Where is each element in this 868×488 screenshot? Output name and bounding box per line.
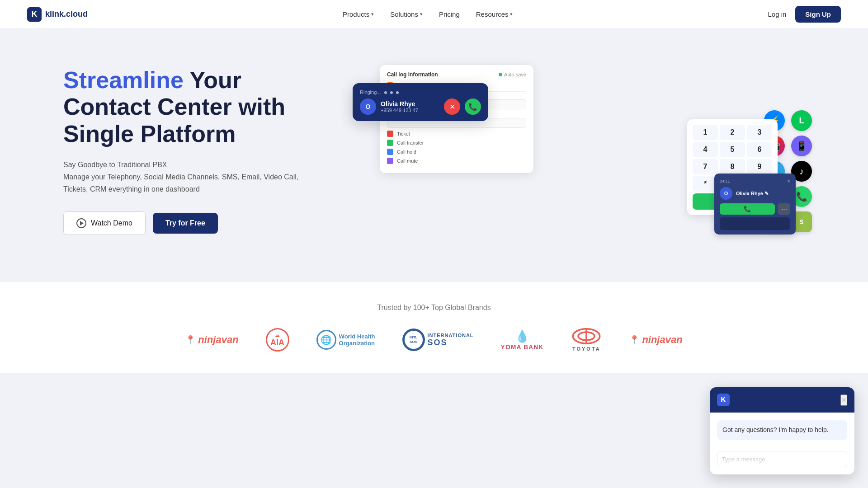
logo-aia: ⛰ AIA [266,328,289,352]
nav-pricing[interactable]: Pricing [439,10,460,18]
brand-name: klink.cloud [45,9,88,19]
hero-section: Streamline Your Contact Center with Sing… [0,29,868,282]
toyota-label: TOYOTA [572,346,601,352]
nav-actions: Log in Sign Up [768,6,841,23]
trusted-section: Trusted by 100+ Top Global Brands 📍 ninj… [0,282,868,373]
yoma-drop-icon: 💧 [515,329,529,343]
mini-caller-name: Olivia Rhye ✎ [736,191,769,197]
mini-contact-header: 04:11 × [720,178,790,184]
mini-caller-row: O Olivia Rhye ✎ [720,187,790,200]
field-call-mute: Call mute [387,158,526,164]
call-log-header: Call log information Auto save [387,71,526,78]
toyota-logo-icon [571,328,602,344]
aia-circle-icon: ⛰ AIA [266,328,289,352]
mini-call-button[interactable]: 📞 [720,203,775,215]
logo-who: 🌐 World Health Organization [316,328,375,352]
ringing-card: Ringing... O Olivia Rhye +959 449 123 47… [353,83,488,121]
call-accept-button[interactable]: 📞 [465,99,481,115]
caller-avatar: O [360,99,376,115]
brand-logo[interactable]: K klink.cloud [27,7,88,22]
chevron-down-icon: ▾ [510,11,513,17]
call-timer: 04:11 [720,179,730,183]
logo-ninjavan-2: 📍 ninjavan [629,328,682,352]
play-triangle-icon [80,221,84,225]
logos-row: 📍 ninjavan ⛰ AIA 🌐 World Health Organiza… [27,328,841,352]
auto-save-label: Auto save [499,72,526,77]
mini-avatar: O [720,187,732,200]
login-button[interactable]: Log in [768,10,786,18]
dial-key-3[interactable]: 3 [747,125,772,140]
try-free-button[interactable]: Try for Free [153,213,218,234]
field-icon [387,158,393,164]
ninjavan-pin-icon: 📍 [629,335,639,345]
phone-icon: 📞 [744,206,751,212]
field-call-hold: Call hold [387,149,526,155]
mini-text-area [720,217,790,230]
nav-links: Products ▾ Solutions ▾ Pricing Resources… [343,10,513,18]
phone-end-icon: ✕ [449,103,455,111]
nav-products[interactable]: Products ▾ [343,10,374,18]
chevron-down-icon: ▾ [371,11,374,17]
ringing-dot-icon [384,91,387,94]
ringing-dot-icon [396,91,399,94]
dial-key-9[interactable]: 9 [747,159,772,174]
globe-icon: 🌐 [321,334,332,345]
navbar: K klink.cloud Products ▾ Solutions ▾ Pri… [0,0,868,29]
nav-resources[interactable]: Resources ▾ [476,10,513,18]
mini-call-actions: 📞 ⋯ [720,203,790,215]
yoma-bank-label: YOMA BANK [501,343,544,351]
phone-accept-icon: 📞 [468,103,477,111]
isos-text: INTERNATIONAL SOS [428,333,474,347]
caller-name: Olivia Rhye [381,100,436,108]
trusted-title: Trusted by 100+ Top Global Brands [27,304,841,312]
watch-demo-button[interactable]: Watch Demo [63,211,146,235]
hero-subtitle: Say Goodbye to Traditional PBX Manage yo… [63,159,326,196]
ninjavan-pin-icon: 📍 [185,335,195,345]
who-logo-circle: 🌐 [316,330,336,350]
field-icon [387,140,393,146]
caller-info-row: O Olivia Rhye +959 449 123 47 ✕ 📞 [360,99,481,115]
dial-key-6[interactable]: 6 [747,142,772,157]
dial-key-1[interactable]: 1 [693,125,718,140]
field-icon [387,149,393,155]
logo-isos: INTLSOS INTERNATIONAL SOS [402,328,474,352]
line-icon: L [791,110,812,131]
status-dot-icon [499,73,502,76]
field-ticket: Ticket [387,131,526,137]
call-action-buttons: ✕ 📞 [444,99,481,115]
play-icon [76,218,86,228]
viber-icon: 📱 [791,136,812,156]
logo-ninjavan: 📍 ninjavan [185,328,238,352]
call-end-button[interactable]: ✕ [444,99,460,115]
hero-title: Streamline Your Contact Center with Sing… [63,67,326,148]
hero-content: Streamline Your Contact Center with Sing… [63,67,326,235]
hero-buttons: Watch Demo Try for Free [63,211,326,235]
who-text: World Health Organization [339,333,375,347]
ninjavan-label: ninjavan [198,334,238,346]
nav-solutions[interactable]: Solutions ▾ [390,10,423,18]
logo-toyota: TOYOTA [571,328,602,352]
logo-yoma-bank: 💧 YOMA BANK [501,328,544,352]
field-call-transfer: Call transfer [387,140,526,146]
logo-icon: K [27,7,42,22]
close-icon[interactable]: × [787,178,790,184]
more-icon: ⋯ [781,206,787,212]
caller-number: +959 449 123 47 [381,108,436,113]
dial-key-4[interactable]: 4 [693,142,718,157]
dial-key-7[interactable]: 7 [693,159,718,174]
hero-illustration: Call log information Auto save Call note… [353,56,805,246]
field-icon [387,131,393,137]
mini-more-button[interactable]: ⋯ [778,203,790,215]
chevron-down-icon: ▾ [420,11,423,17]
ninjavan-label: ninjavan [642,334,682,346]
dial-key-2[interactable]: 2 [720,125,745,140]
caller-info: Olivia Rhye +959 449 123 47 [381,100,436,113]
dial-key-5[interactable]: 5 [720,142,745,157]
ringing-dot-icon [390,91,393,94]
signup-button[interactable]: Sign Up [795,6,841,23]
isos-ring-icon: INTLSOS [402,328,425,351]
dial-key-8[interactable]: 8 [720,159,745,174]
mini-contact-card: 04:11 × O Olivia Rhye ✎ 📞 ⋯ [714,174,796,235]
